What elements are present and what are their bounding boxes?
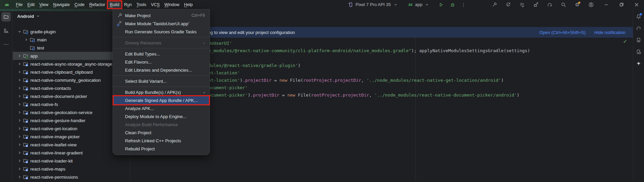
- profile-icon[interactable]: [588, 2, 594, 8]
- tree-item-label: gradle-plugin: [30, 29, 56, 34]
- device-manager-icon[interactable]: [636, 37, 642, 43]
- minimize-button[interactable]: [599, 0, 614, 9]
- more-actions-icon[interactable]: ⋮: [461, 2, 466, 7]
- inspection-ok-icon[interactable]: ✓: [623, 39, 627, 44]
- android-icon: [407, 2, 413, 8]
- settings-icon[interactable]: ⚙: [574, 2, 580, 8]
- tree-item-react-native-fs[interactable]: react-native-fs: [13, 100, 130, 108]
- tree-item-label: react-native-loader-kit: [30, 158, 73, 163]
- tree-item-react-native-image-picker[interactable]: react-native-image-picker: [13, 133, 130, 141]
- module-folder-icon: [23, 77, 28, 83]
- menu-item-label: Run Generate Sources Gradle Tasks: [125, 29, 205, 34]
- tree-item-react-native-geolocation-service[interactable]: react-native-geolocation-service: [13, 108, 130, 116]
- menubar-item-help[interactable]: Help: [182, 1, 195, 8]
- menubar-item-navigate[interactable]: Navigate: [51, 1, 72, 8]
- svg-text:A: A: [507, 4, 509, 6]
- tree-item-react-native-permissions[interactable]: react-native-permissions: [13, 173, 130, 181]
- menubar-item-build[interactable]: Build: [108, 1, 122, 8]
- tree-item-react-native-loader-kit[interactable]: react-native-loader-kit: [13, 157, 130, 165]
- attach-debugger-icon[interactable]: [533, 2, 539, 8]
- tree-item-react-native-clipboard_clipboard[interactable]: react-native-clipboard_clipboard: [13, 68, 130, 76]
- run-config-selector[interactable]: app: [407, 2, 430, 8]
- tree-item-app[interactable]: app: [13, 52, 130, 60]
- menu-item-select-build-variant[interactable]: Select Build Variant...: [113, 77, 210, 85]
- module-folder-icon: [23, 142, 28, 147]
- menu-item-rebuild-project[interactable]: Rebuild Project: [113, 145, 210, 153]
- tree-item-main[interactable]: main: [13, 36, 130, 44]
- menu-item-label: Build App Bundle(s) / APK(s): [125, 90, 200, 95]
- hide-notification-link[interactable]: Hide notification: [594, 30, 626, 35]
- tree-item-react-native-linear-gradient[interactable]: react-native-linear-gradient: [13, 149, 130, 157]
- search-icon[interactable]: [560, 2, 566, 8]
- gemini-icon[interactable]: [636, 61, 642, 67]
- notifications-icon[interactable]: [636, 13, 642, 20]
- module-folder-icon: [23, 94, 28, 99]
- gradle-icon[interactable]: [636, 25, 642, 31]
- maximize-button[interactable]: [614, 0, 629, 9]
- tree-item-gradle-plugin[interactable]: gradle-plugin: [13, 28, 130, 36]
- menubar-item-file[interactable]: File: [13, 1, 25, 8]
- menubar-item-view[interactable]: View: [37, 1, 51, 8]
- menu-item-edit-flavors[interactable]: Edit Flavors...: [113, 58, 210, 66]
- tree-item-react-native-document-picker[interactable]: react-native-document-picker: [13, 92, 130, 100]
- menu-item-build-app-bundle-s-apk-s[interactable]: Build App Bundle(s) / APK(s)›: [113, 88, 210, 96]
- submenu-arrow-icon: ›: [204, 90, 205, 95]
- chevron-down-icon: [393, 2, 399, 8]
- tree-item-label: app: [30, 53, 38, 59]
- menubar-item-refactor[interactable]: Refactor: [87, 1, 108, 8]
- menu-bar: FileEditViewNavigateCodeRefactorBuildRun…: [13, 0, 195, 9]
- more-tools-icon[interactable]: ⋯: [1, 40, 11, 49]
- menu-item-deploy-module-to-app-engine[interactable]: Deploy Module to App Engine...: [113, 112, 210, 120]
- menubar-item-window[interactable]: Window: [162, 1, 182, 8]
- menu-item-generate-signed-app-bundle-apk[interactable]: Generate Signed App Bundle / APK...: [113, 96, 210, 104]
- tree-item-react-native-contacts[interactable]: react-native-contacts: [13, 84, 130, 92]
- menu-item-make-module-taxidouserui-app[interactable]: Make Module 'TaxidoUserUI.app': [113, 20, 210, 28]
- task-list-icon[interactable]: [519, 2, 525, 8]
- module-folder-icon: [23, 134, 28, 139]
- tree-item-react-native-gesture-handler[interactable]: react-native-gesture-handler: [13, 116, 130, 124]
- menu-item-make-project[interactable]: Make ProjectCtrl+F9: [113, 11, 210, 20]
- menubar-item-run[interactable]: Run: [122, 1, 134, 8]
- module-folder-icon: [23, 174, 28, 180]
- debug-button[interactable]: [450, 2, 456, 8]
- chevron-right-icon: [17, 126, 22, 131]
- project-view-label: Android: [17, 14, 34, 19]
- device-selector[interactable]: Pixel 7 Pro API 35: [348, 2, 399, 8]
- run-button[interactable]: [438, 2, 444, 8]
- close-button[interactable]: [629, 0, 644, 9]
- hammer-icon: [117, 13, 125, 18]
- project-folder-icon[interactable]: [1, 12, 11, 22]
- menu-separator: [113, 37, 210, 37]
- tree-item-react-native-get-location[interactable]: react-native-get-location: [13, 124, 130, 133]
- menu-item-edit-libraries-and-dependencies[interactable]: Edit Libraries and Dependencies...: [113, 66, 210, 74]
- chevron-right-icon: [17, 102, 22, 107]
- sync-a-icon[interactable]: A: [505, 2, 511, 8]
- menubar-item-vcs[interactable]: VCS: [149, 1, 162, 8]
- menubar-item-tools[interactable]: Tools: [134, 1, 149, 8]
- hammer-module-icon: [117, 21, 125, 26]
- open-project-structure-link[interactable]: Open (Ctrl+Alt+Shift+S): [540, 30, 586, 35]
- build-hammer-icon[interactable]: [491, 2, 497, 8]
- gradle-sync-icon[interactable]: [547, 2, 553, 8]
- tree-item-react-native-community_geolocation[interactable]: react-native-community_geolocation: [13, 76, 130, 84]
- tree-item-react-native-maps[interactable]: react-native-maps: [13, 165, 130, 173]
- menu-item-label: Groovy Resources: [125, 40, 200, 45]
- resource-manager-icon[interactable]: [1, 26, 11, 35]
- tree-item-react-native-async-storage_async-storage[interactable]: react-native-async-storage_async-storage: [13, 60, 130, 68]
- menu-item-analyze-apk[interactable]: Analyze APK...: [113, 104, 210, 112]
- menubar-item-edit[interactable]: Edit: [25, 1, 37, 8]
- tree-item-label: react-native-fs: [30, 102, 58, 107]
- menu-item-refresh-linked-c-projects[interactable]: Refresh Linked C++ Projects: [113, 137, 210, 145]
- project-view-selector[interactable]: Android: [17, 13, 41, 20]
- menu-item-edit-build-types[interactable]: Edit Build Types...: [113, 50, 210, 58]
- tree-item-react-native-leaflet-view[interactable]: react-native-leaflet-view: [13, 141, 130, 149]
- menu-item-clean-project[interactable]: Clean Project: [113, 129, 210, 137]
- menubar-item-code[interactable]: Code: [72, 1, 87, 8]
- module-folder-icon: [23, 166, 28, 172]
- menu-item-run-generate-sources-gradle-tasks[interactable]: Run Generate Sources Gradle Tasks: [113, 28, 210, 36]
- running-devices-icon[interactable]: [636, 49, 642, 55]
- tree-item-label: react-native-geolocation-service: [30, 110, 92, 115]
- chevron-right-icon: [17, 134, 22, 139]
- tree-item-test[interactable]: test: [13, 44, 130, 52]
- module-folder-icon: [23, 102, 28, 107]
